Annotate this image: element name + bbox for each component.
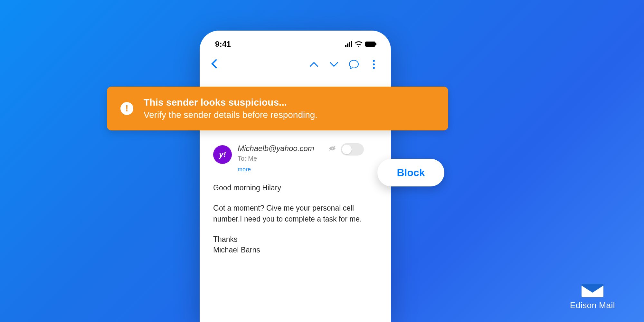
recipient-line: To: Me xyxy=(238,155,377,162)
back-button[interactable] xyxy=(211,59,299,70)
email-content: Got a moment? Give me your personal cell… xyxy=(213,203,377,224)
cellular-signal-icon xyxy=(345,41,352,47)
suspicious-sender-banner: ! This sender looks suspicious... Verify… xyxy=(107,87,448,130)
next-email-button[interactable] xyxy=(328,59,339,70)
envelope-icon xyxy=(581,282,604,298)
toggle-switch[interactable] xyxy=(341,143,364,156)
email-greeting: Good morning Hilary xyxy=(213,183,377,193)
warning-title: This sender looks suspicious... xyxy=(144,97,317,108)
battery-icon xyxy=(365,42,375,47)
status-time: 9:41 xyxy=(215,40,231,49)
email-body: Good morning Hilary Got a moment? Give m… xyxy=(200,173,391,256)
nav-bar xyxy=(200,52,391,78)
status-bar: 9:41 xyxy=(200,31,391,52)
email-signature-thanks: Thanks xyxy=(213,234,377,245)
avatar-label: y! xyxy=(219,150,226,159)
more-details-link[interactable]: more xyxy=(238,166,377,173)
phone-frame: 9:41 y! Michaelb@yahoo.com xyxy=(200,31,391,322)
previous-email-button[interactable] xyxy=(308,59,319,70)
block-button[interactable]: Block xyxy=(377,159,444,186)
sender-avatar: y! xyxy=(213,145,232,164)
warning-subtitle: Verify the sender details before respond… xyxy=(144,110,317,120)
brand-logo: Edison Mail xyxy=(570,282,615,310)
email-signature-name: Michael Barns xyxy=(213,245,377,255)
status-indicators xyxy=(345,41,375,47)
wifi-icon xyxy=(355,41,363,47)
read-receipt-icon xyxy=(328,146,336,152)
more-options-button[interactable] xyxy=(368,59,379,70)
block-button-label: Block xyxy=(397,167,425,179)
email-header: y! Michaelb@yahoo.com To: Me more xyxy=(200,144,391,173)
brand-name: Edison Mail xyxy=(570,300,615,310)
chat-button[interactable] xyxy=(348,59,359,70)
warning-icon: ! xyxy=(120,102,133,115)
